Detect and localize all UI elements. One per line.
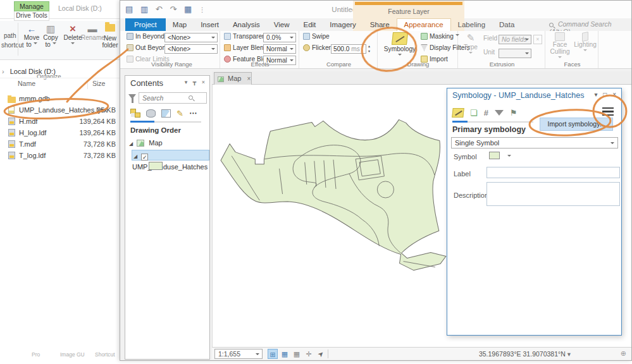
tab-imagery[interactable]: Imagery <box>323 18 363 31</box>
primary-symbology-dropdown[interactable]: Single Symbol <box>451 137 618 149</box>
selection-constraints-icon[interactable]: ▦ <box>280 349 290 359</box>
paste-button[interactable]: ▦ <box>184 4 194 14</box>
qat-customize-button[interactable]: ⋮ <box>199 6 208 13</box>
extrusion-unit-dropdown[interactable] <box>499 49 531 58</box>
tab-insert[interactable]: Insert <box>194 18 226 31</box>
in-beyond-dropdown[interactable]: <None> <box>164 33 218 42</box>
filter-icon[interactable] <box>128 94 136 99</box>
primary-symbology-tab-icon[interactable] <box>452 108 464 118</box>
paste-shortcut-label-cut[interactable]: shortcut <box>1 42 24 49</box>
redo-button[interactable]: ↷ <box>170 4 179 14</box>
tab-labeling[interactable]: Labeling <box>451 18 492 31</box>
flicker-control[interactable]: Flicker <box>303 44 331 54</box>
scale-based-symbology-tab-icon[interactable] <box>495 110 504 116</box>
tree-item-layer[interactable]: ◢ ✓ UMP_Landuse_Hatches <box>132 150 209 161</box>
file-size: 73,728 KB <box>84 140 116 148</box>
file-row[interactable]: T.mdf 73,728 KB <box>0 139 120 150</box>
column-name[interactable]: Name <box>18 80 35 87</box>
pin-icon[interactable]: ┳ <box>193 79 198 85</box>
tree-item-map[interactable]: ◢ Map <box>125 138 209 149</box>
contents-search-icon[interactable] <box>189 95 193 100</box>
masking-button[interactable]: Masking <box>421 33 459 42</box>
list-by-data-source-icon[interactable] <box>146 109 156 118</box>
tab-view[interactable]: View <box>267 18 297 31</box>
extrusion-clear-button[interactable]: × <box>533 35 542 44</box>
copy-to-button[interactable]: ▥ Copy to <box>42 24 59 48</box>
contents-search-input[interactable] <box>139 92 207 104</box>
symbol-layer-drawing-tab-icon[interactable]: # <box>484 108 488 118</box>
layer-blend-dropdown[interactable]: Normal <box>263 44 296 54</box>
map-scale-dropdown[interactable]: 1:1,655 <box>214 349 263 359</box>
tab-project[interactable]: Project <box>125 18 166 31</box>
flicker-spin-down[interactable]: ▾ <box>368 49 370 53</box>
symbol-swatch[interactable] <box>489 152 500 159</box>
undo-button[interactable]: ↶ <box>156 4 165 14</box>
file-row[interactable]: T_log.ldf 73,728 KB <box>0 150 120 162</box>
file-row-lyrx[interactable]: UMP_Landuse_Hatches.lyrx 25 KB <box>0 105 120 116</box>
move-to-button[interactable]: ← Move to <box>23 24 40 48</box>
new-folder-button[interactable]: New folder <box>101 24 119 49</box>
tab-map[interactable]: Map <box>166 18 194 31</box>
expander-icon[interactable]: ◢ <box>129 141 133 147</box>
tab-data[interactable]: Data <box>492 18 521 31</box>
tab-analysis[interactable]: Analysis <box>226 18 267 31</box>
pane-maximize-icon[interactable]: □ <box>603 91 609 98</box>
transparency-dropdown[interactable]: 0.0% <box>263 33 296 42</box>
pane-close-icon[interactable]: × <box>612 91 618 98</box>
file-row[interactable]: mmm.gdb <box>0 94 120 105</box>
symbol-caret[interactable] <box>507 155 511 159</box>
list-by-selection-icon[interactable] <box>161 109 171 118</box>
command-search-box[interactable]: Command Search (Alt+Q) <box>549 20 628 30</box>
contents-close-icon[interactable]: × <box>202 79 207 85</box>
tab-edit[interactable]: Edit <box>296 18 323 31</box>
statusbar-globe-icon[interactable]: ⊕ <box>621 349 626 358</box>
pane-menu-caret[interactable]: ▾ <box>595 91 600 98</box>
pane-options-menu-icon[interactable] <box>602 107 614 116</box>
rename-button[interactable]: ▬ Rename <box>81 24 104 41</box>
lighting-button[interactable]: Lighting <box>573 32 597 55</box>
file-row[interactable]: H.mdf 139,264 KB <box>0 116 120 128</box>
layer-blend-control[interactable]: Layer Blend <box>224 44 267 54</box>
delete-button[interactable]: × Delete <box>62 24 84 48</box>
symbology-button[interactable]: Symbology <box>381 32 418 59</box>
contents-menu-caret[interactable]: ▾ <box>185 79 190 85</box>
vary-symbology-tab-icon[interactable]: ❏ <box>470 108 478 118</box>
labels-tab-icon[interactable]: ⚑ <box>510 108 517 118</box>
layer-symbol-swatch[interactable] <box>149 162 163 170</box>
flicker-duration-input[interactable]: 500.0 ms <box>331 44 366 54</box>
out-beyond-dropdown[interactable]: <None> <box>164 44 218 54</box>
copy-path-label-cut[interactable]: path <box>4 32 16 39</box>
out-beyond-control[interactable]: Out Beyond <box>127 44 170 54</box>
grid-toggle-icon[interactable]: ▦ <box>292 349 302 359</box>
layer-visibility-checkbox[interactable]: ✓ <box>141 154 148 161</box>
crosshair-icon[interactable]: ✛ <box>304 349 314 359</box>
contents-more-icon[interactable]: ⋯ <box>189 109 197 118</box>
extrusion-field-dropdown[interactable]: No fields <box>499 35 531 44</box>
expander-icon[interactable]: ◢ <box>133 154 137 159</box>
flicker-spin-up[interactable]: ▴ <box>368 44 370 48</box>
save-project-button[interactable]: ▤ <box>125 4 135 14</box>
swipe-button[interactable]: Swipe <box>303 33 330 42</box>
file-row[interactable]: H_log.ldf 139,264 KB <box>0 128 120 139</box>
description-input[interactable] <box>486 182 620 206</box>
map-tab-close-icon[interactable]: × <box>247 75 251 82</box>
tab-appearance[interactable]: Appearance <box>397 18 451 31</box>
snapping-toggle-icon[interactable]: ⊞ <box>268 349 278 359</box>
explorer-manage-tab[interactable]: Manage <box>14 1 49 11</box>
import-symbology-button[interactable]: Import symbology... <box>540 118 613 131</box>
explorer-address-bar[interactable]: › Local Disk (D:) <box>0 65 120 78</box>
tab-share[interactable]: Share <box>363 18 397 31</box>
map-view-tab[interactable]: Map × <box>214 72 252 85</box>
list-by-editing-icon[interactable]: ✎ <box>177 109 183 118</box>
in-beyond-control[interactable]: In Beyond <box>127 33 164 42</box>
map-coordinates[interactable]: 35.1967893°E 31.9070381°N ▾ <box>479 350 571 358</box>
open-project-button[interactable]: ▥ <box>140 4 151 14</box>
list-by-drawing-order-icon[interactable] <box>130 109 140 118</box>
column-size[interactable]: Size <box>92 80 105 87</box>
north-arrow-icon[interactable]: ➤ <box>314 347 328 361</box>
label-input[interactable] <box>486 167 620 178</box>
extrusion-type-button[interactable]: ✎ Type <box>461 32 481 58</box>
face-culling-button[interactable]: Face Culling <box>548 32 572 62</box>
column-divider[interactable] <box>87 80 88 89</box>
explorer-drive-tools-tab[interactable]: Drive Tools <box>14 11 49 21</box>
